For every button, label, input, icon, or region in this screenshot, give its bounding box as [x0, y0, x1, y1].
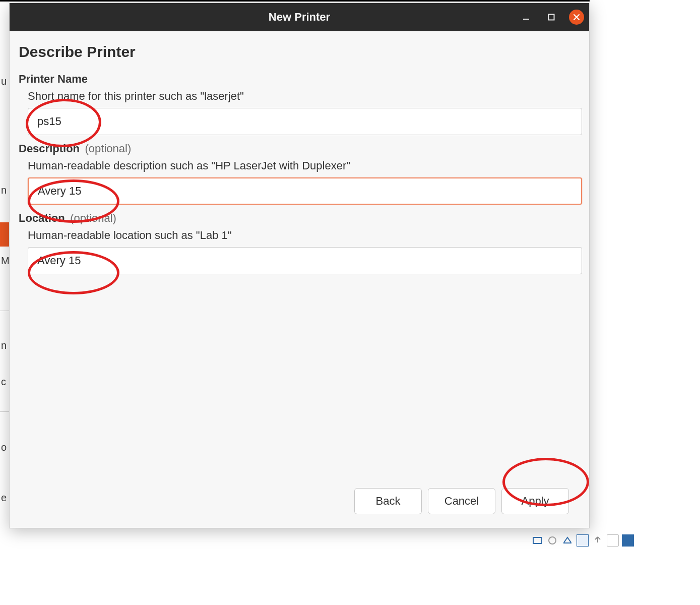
bg-letter: n — [1, 340, 9, 351]
bg-letter: c — [1, 376, 9, 388]
tray-icon[interactable] — [622, 534, 634, 547]
printer-name-label: Printer Name — [19, 73, 88, 85]
location-label: Location — [19, 212, 65, 224]
svg-rect-2 — [533, 537, 541, 543]
svg-rect-4 — [563, 542, 571, 543]
bg-divider — [0, 311, 9, 311]
field-label-row: Location (optional) — [19, 212, 580, 225]
minimize-button[interactable] — [519, 10, 534, 25]
bg-letter: u — [1, 76, 9, 87]
tray-icon[interactable] — [546, 534, 558, 547]
field-location: Location (optional) Human-readable locat… — [19, 212, 580, 274]
field-label-row: Printer Name — [19, 73, 580, 86]
back-button[interactable]: Back — [354, 488, 422, 514]
tray-icon[interactable] — [577, 534, 589, 547]
bg-letter: M — [1, 255, 9, 267]
svg-point-3 — [549, 537, 556, 544]
description-input[interactable] — [28, 177, 582, 205]
description-optional: (optional) — [85, 142, 131, 155]
printer-name-hint: Short name for this printer such as "las… — [28, 90, 580, 103]
cancel-button[interactable]: Cancel — [428, 488, 495, 514]
field-printer-name: Printer Name Short name for this printer… — [19, 73, 580, 135]
tray-icon[interactable] — [561, 534, 574, 547]
location-optional: (optional) — [70, 212, 116, 224]
description-hint: Human-readable description such as "HP L… — [28, 159, 580, 172]
close-button[interactable] — [569, 10, 584, 25]
bg-letter: e — [1, 492, 9, 504]
system-tray-fragment — [531, 534, 634, 547]
svg-rect-1 — [549, 15, 554, 20]
window-controls — [519, 3, 584, 31]
dialog-footer: Back Cancel Apply — [19, 479, 580, 523]
location-input[interactable] — [28, 247, 582, 274]
tray-icon[interactable] — [531, 534, 543, 547]
tray-icon[interactable] — [607, 534, 619, 547]
field-description: Description (optional) Human-readable de… — [19, 142, 580, 205]
maximize-icon — [547, 13, 555, 21]
svg-rect-0 — [523, 19, 529, 20]
page-heading: Describe Printer — [19, 43, 580, 60]
bg-letter: o — [1, 442, 9, 453]
printer-name-input[interactable] — [28, 108, 582, 135]
description-label: Description — [19, 142, 80, 155]
background-window-sliver: u n M n c o e — [0, 3, 9, 528]
maximize-button[interactable] — [544, 10, 559, 25]
titlebar: New Printer — [10, 3, 589, 31]
field-label-row: Description (optional) — [19, 142, 580, 155]
bg-selected-row — [0, 222, 9, 247]
minimize-icon — [522, 13, 530, 21]
bg-divider — [0, 411, 9, 412]
window-title: New Printer — [10, 11, 589, 24]
apply-button[interactable]: Apply — [501, 488, 569, 514]
new-printer-dialog: New Printer Describe Printer Printer Nam… — [9, 3, 590, 528]
bg-letter: n — [1, 185, 9, 196]
close-icon — [573, 14, 580, 21]
location-hint: Human-readable location such as "Lab 1" — [28, 229, 580, 242]
tray-icon[interactable] — [592, 534, 604, 547]
dialog-content: Describe Printer Printer Name Short name… — [10, 31, 589, 528]
